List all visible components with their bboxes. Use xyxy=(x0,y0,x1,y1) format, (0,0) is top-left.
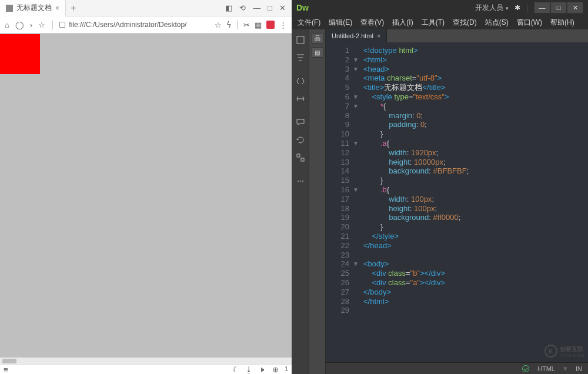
horizontal-scrollbar[interactable] xyxy=(0,358,292,365)
fold-toggle-icon[interactable]: ▼ xyxy=(352,139,360,148)
code-line[interactable]: .b{ xyxy=(363,185,588,195)
refresh-icon[interactable] xyxy=(295,134,306,146)
window-maximize-icon[interactable]: □ xyxy=(268,4,272,12)
fold-toggle-icon[interactable]: ▼ xyxy=(352,185,360,195)
code-line[interactable]: width: 100px; xyxy=(363,195,588,204)
code-line[interactable]: padding: 0; xyxy=(363,120,588,129)
fold-toggle-icon[interactable]: ▼ xyxy=(352,92,360,102)
document-tab-active[interactable]: Untitled-2.html × xyxy=(326,29,387,42)
code-line[interactable]: margin: 0; xyxy=(363,111,588,121)
browser-ext2-icon[interactable]: ⟲ xyxy=(239,4,246,12)
view-code-icon[interactable]: ▤ xyxy=(312,47,323,58)
bookmark-icon[interactable]: ☆ xyxy=(215,21,222,29)
menu-item[interactable]: 查找(D) xyxy=(453,18,477,28)
filter-icon[interactable] xyxy=(295,52,306,64)
chevron-down-icon: ▾ xyxy=(506,5,509,11)
line-number: 10 xyxy=(326,129,349,139)
settings-gear-icon[interactable]: ✱ xyxy=(514,4,520,12)
menu-item[interactable]: 站点(S) xyxy=(485,18,509,28)
line-number: 6 xyxy=(326,92,349,102)
code-line[interactable]: <html> xyxy=(363,55,588,65)
menu-item[interactable]: 插入(I) xyxy=(392,18,413,28)
code-line[interactable]: height: 10000px; xyxy=(363,158,588,167)
view-structure-icon[interactable]: 品 xyxy=(312,33,323,44)
code-line[interactable]: </html> xyxy=(363,297,588,306)
code-line[interactable]: <title>无标题文档</title> xyxy=(363,83,588,92)
forward-icon[interactable]: › xyxy=(30,21,32,29)
code-line[interactable]: <div class="b"></div> xyxy=(363,269,588,278)
code-line[interactable]: *{ xyxy=(363,102,588,111)
menu-item[interactable]: 工具(T) xyxy=(422,18,445,28)
scissors-icon[interactable]: ✂ xyxy=(243,21,250,29)
scroll-thumb[interactable] xyxy=(2,359,16,363)
code-line[interactable]: background: #ff0000; xyxy=(363,213,588,222)
fold-toggle-icon[interactable]: ▼ xyxy=(352,55,360,65)
status-language[interactable]: HTML xyxy=(537,365,555,372)
code-line[interactable]: } xyxy=(363,129,588,139)
workspace-switcher[interactable]: 开发人员▾ xyxy=(475,3,509,13)
menu-item[interactable]: 查看(V) xyxy=(360,18,384,28)
window-minimize-icon[interactable]: — xyxy=(253,4,260,12)
comment-icon[interactable] xyxy=(295,116,306,128)
tab-close-icon[interactable]: × xyxy=(55,4,59,12)
window-close-icon[interactable]: ✕ xyxy=(279,4,286,12)
code-line[interactable]: height: 100px; xyxy=(363,204,588,213)
fold-toggle-icon[interactable]: ▼ xyxy=(352,259,360,269)
code-line[interactable]: .a{ xyxy=(363,139,588,148)
more-icon[interactable]: ⋮ xyxy=(279,21,287,29)
browser-tab-active[interactable]: 无标题文档 × xyxy=(0,0,66,16)
toolbar-divider2: | xyxy=(236,19,239,30)
split-icon[interactable] xyxy=(295,93,306,105)
grid-icon[interactable]: ▦ xyxy=(255,21,262,29)
extension-red-icon[interactable] xyxy=(266,21,275,29)
new-tab-button[interactable]: + xyxy=(66,3,81,14)
menu-item[interactable]: 编辑(E) xyxy=(329,18,352,28)
code-line[interactable]: background: #BFBFBF; xyxy=(363,166,588,176)
dw-close-icon[interactable]: ✕ xyxy=(567,2,583,14)
dw-maximize-icon[interactable]: □ xyxy=(550,2,567,14)
code-line[interactable]: </body> xyxy=(363,288,588,297)
code-line[interactable]: } xyxy=(363,176,588,185)
zoom-icon[interactable]: ⊕ xyxy=(272,365,279,374)
code-line[interactable] xyxy=(363,306,588,315)
home-icon[interactable]: ⌂ xyxy=(5,21,9,29)
night-mode-icon[interactable]: ☾ xyxy=(232,365,239,374)
download-icon[interactable]: ⭳ xyxy=(245,365,253,374)
fold-gutter[interactable]: ▼▼▼▼▼▼▼ xyxy=(352,42,360,362)
document-tab-close-icon[interactable]: × xyxy=(377,32,380,39)
code-line[interactable]: <body> xyxy=(363,259,588,269)
chevron-down-icon[interactable]: ▾ xyxy=(563,364,567,373)
site-info-icon[interactable] xyxy=(59,22,65,28)
code-area[interactable]: <!doctype html><html><head><meta charset… xyxy=(360,42,588,362)
reload-icon[interactable]: ◯ xyxy=(15,21,24,29)
browser-ext-icon[interactable]: ◧ xyxy=(225,4,232,12)
fold-toggle-icon[interactable]: ▼ xyxy=(352,102,360,111)
status-menu-icon[interactable]: ≡ xyxy=(4,365,8,374)
code-brackets-icon[interactable] xyxy=(295,75,306,87)
menu-item[interactable]: 文件(F) xyxy=(298,18,320,28)
selection-icon[interactable] xyxy=(295,152,306,163)
menu-item[interactable]: 窗口(W) xyxy=(517,18,542,28)
code-line[interactable]: <style type="text/css"> xyxy=(363,92,588,102)
star-icon[interactable]: ☆ xyxy=(38,21,45,29)
code-line[interactable]: </style> xyxy=(363,232,588,241)
code-line[interactable]: </head> xyxy=(363,241,588,251)
dw-minimize-icon[interactable]: — xyxy=(534,2,550,14)
address-bar[interactable]: file:///C:/Users/Administrator/Desktop/ xyxy=(59,21,208,29)
code-line[interactable]: <!doctype html> xyxy=(363,46,588,55)
fold-toggle-icon[interactable]: ▼ xyxy=(352,65,360,74)
code-line[interactable]: <head> xyxy=(363,65,588,74)
status-ok-icon[interactable] xyxy=(522,365,529,372)
status-insert-mode[interactable]: IN xyxy=(576,365,582,372)
code-line[interactable]: <meta charset="utf-8"> xyxy=(363,74,588,83)
menu-item[interactable]: 帮助(H) xyxy=(550,18,574,28)
files-panel-icon[interactable] xyxy=(295,34,306,46)
code-line[interactable]: } xyxy=(363,222,588,232)
code-editor[interactable]: 1234567891011121314151617181920212223242… xyxy=(326,42,588,362)
mute-icon[interactable]: 🕨 xyxy=(259,365,266,374)
code-line[interactable]: width: 1920px; xyxy=(363,148,588,158)
code-line[interactable] xyxy=(363,251,588,260)
code-line[interactable]: <div class="a"></div> xyxy=(363,278,588,288)
more-tools-icon[interactable]: ⋯ xyxy=(295,175,306,187)
flash-icon[interactable]: ϟ xyxy=(226,21,232,29)
